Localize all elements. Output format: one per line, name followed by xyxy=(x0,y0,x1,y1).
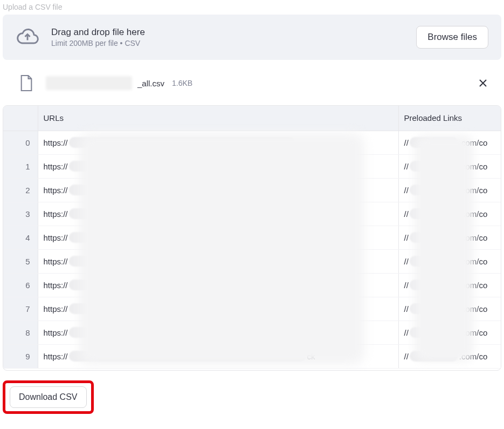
link-redacted xyxy=(410,208,458,219)
row-index: 6 xyxy=(3,273,38,297)
link-suffix: .com/co xyxy=(459,162,488,171)
url-prefix: https:// xyxy=(44,352,68,361)
row-index: 7 xyxy=(3,297,38,321)
link-suffix: .com/co xyxy=(459,352,488,361)
dropzone-title: Drag and drop file here xyxy=(51,27,145,38)
cell-preloaded-link: //.com/co xyxy=(398,154,501,178)
col-index[interactable] xyxy=(3,106,38,131)
cell-url: https:// xyxy=(38,178,398,202)
table-row[interactable]: 0https:////.com/co xyxy=(3,131,501,154)
table-row[interactable]: 5https:////.com/co xyxy=(3,249,501,273)
table-row[interactable]: 9https://ck//.com/co xyxy=(3,344,501,368)
file-name-redacted xyxy=(46,76,132,90)
link-prefix: // xyxy=(404,304,409,314)
cell-url: https:// xyxy=(38,297,398,321)
cell-url: https:// xyxy=(38,131,398,154)
data-table: URLs Preloaded Links 0https:////.com/co1… xyxy=(3,106,501,369)
row-index: 1 xyxy=(3,154,38,178)
close-icon xyxy=(479,79,487,87)
url-prefix: https:// xyxy=(44,304,68,314)
link-redacted xyxy=(410,232,458,243)
url-prefix: https:// xyxy=(44,328,68,337)
link-redacted xyxy=(410,351,458,362)
cloud-upload-icon xyxy=(16,25,39,49)
url-redacted xyxy=(69,185,295,195)
url-prefix: https:// xyxy=(44,186,68,195)
url-suffix: ck xyxy=(307,233,315,242)
data-table-container[interactable]: URLs Preloaded Links 0https:////.com/co1… xyxy=(3,105,501,371)
link-suffix: .com/co xyxy=(459,186,488,195)
cell-preloaded-link: //.com/co xyxy=(398,321,501,344)
link-prefix: // xyxy=(404,352,409,361)
table-header-row: URLs Preloaded Links xyxy=(3,106,501,131)
url-redacted xyxy=(69,303,295,314)
row-index: 3 xyxy=(3,202,38,226)
link-redacted xyxy=(410,280,458,290)
browse-files-button[interactable]: Browse files xyxy=(416,26,488,49)
cell-url: https:// xyxy=(38,154,398,178)
cell-preloaded-link: //.com/co xyxy=(398,131,501,154)
col-urls[interactable]: URLs xyxy=(38,106,398,131)
dropzone-content: Drag and drop file here Limit 200MB per … xyxy=(16,25,145,49)
link-suffix: .com/co xyxy=(459,138,488,147)
cell-preloaded-link: //.com/co xyxy=(398,202,501,226)
url-redacted xyxy=(69,161,295,172)
url-redacted xyxy=(69,280,295,290)
link-suffix: .com/co xyxy=(459,328,488,337)
link-prefix: // xyxy=(404,138,409,147)
link-suffix: .com/co xyxy=(459,233,488,242)
link-redacted xyxy=(410,327,458,338)
url-prefix: https:// xyxy=(44,162,68,171)
url-prefix: https:// xyxy=(44,209,68,219)
cell-preloaded-link: //.com/co xyxy=(398,273,501,297)
table-row[interactable]: 8https:////.com/co xyxy=(3,321,501,344)
cell-url: https:// xyxy=(38,202,398,226)
url-redacted xyxy=(69,232,306,243)
file-name-suffix: _all.csv xyxy=(137,79,164,88)
link-prefix: // xyxy=(404,209,409,219)
link-prefix: // xyxy=(404,186,409,195)
cell-preloaded-link: //.com/co xyxy=(398,344,501,368)
file-name: _all.csv 1.6KB xyxy=(46,76,192,90)
link-suffix: .com/co xyxy=(459,257,488,266)
cell-url: https://ck xyxy=(38,226,398,249)
table-row[interactable]: 6https:////.com/co xyxy=(3,273,501,297)
download-csv-button[interactable]: Download CSV xyxy=(10,386,87,408)
cell-url: https://ck xyxy=(38,344,398,368)
link-suffix: .com/co xyxy=(459,304,488,314)
url-prefix: https:// xyxy=(44,281,68,290)
download-highlight: Download CSV xyxy=(3,380,94,414)
table-row[interactable]: 3https:////.com/co xyxy=(3,202,501,226)
table-row[interactable]: 1https:////.com/co xyxy=(3,154,501,178)
link-prefix: // xyxy=(404,281,409,290)
upload-section-label: Upload a CSV file xyxy=(3,3,501,11)
url-redacted xyxy=(69,208,295,219)
link-prefix: // xyxy=(404,162,409,171)
url-prefix: https:// xyxy=(44,257,68,266)
link-redacted xyxy=(410,137,458,148)
url-prefix: https:// xyxy=(44,138,68,147)
link-suffix: .com/co xyxy=(459,209,488,219)
remove-file-button[interactable] xyxy=(477,77,489,90)
row-index: 8 xyxy=(3,321,38,344)
table-row[interactable]: 7https:////.com/co xyxy=(3,297,501,321)
cell-preloaded-link: //.com/co xyxy=(398,249,501,273)
cell-url: https:// xyxy=(38,273,398,297)
cell-url: https:// xyxy=(38,321,398,344)
url-redacted xyxy=(69,256,295,267)
link-redacted xyxy=(410,185,458,195)
url-redacted xyxy=(69,351,306,362)
col-preloaded-links[interactable]: Preloaded Links xyxy=(398,106,501,131)
uploaded-file-row: _all.csv 1.6KB xyxy=(3,70,501,97)
link-prefix: // xyxy=(404,233,409,242)
table-row[interactable]: 2https:////.com/co xyxy=(3,178,501,202)
file-dropzone[interactable]: Drag and drop file here Limit 200MB per … xyxy=(3,15,501,60)
link-suffix: .com/co xyxy=(459,281,488,290)
link-redacted xyxy=(410,256,458,267)
link-redacted xyxy=(410,303,458,314)
file-size: 1.6KB xyxy=(172,79,192,87)
table-row[interactable]: 4https://ck//.com/co xyxy=(3,226,501,249)
link-redacted xyxy=(410,161,458,172)
url-redacted xyxy=(69,327,295,338)
dropzone-text: Drag and drop file here Limit 200MB per … xyxy=(51,27,145,47)
